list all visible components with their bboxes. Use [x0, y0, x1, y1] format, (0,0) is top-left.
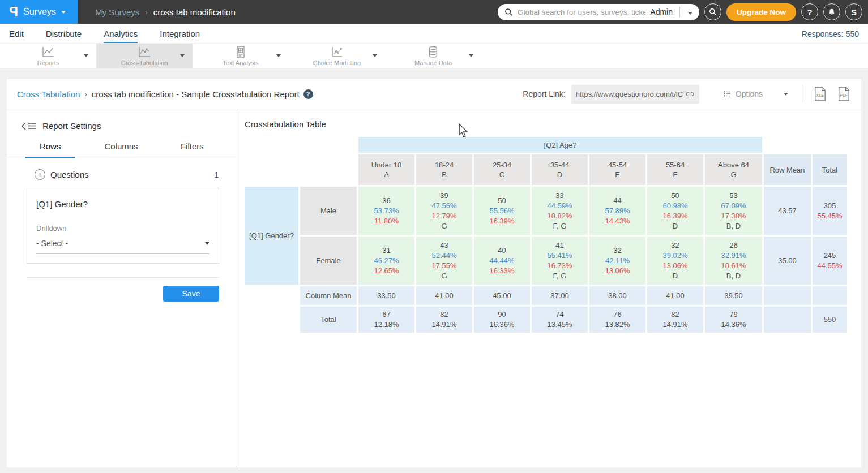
- crosstab-cell: 3242.11%13.06%: [589, 236, 645, 285]
- row-question-label: [Q1] Gender?: [245, 187, 298, 285]
- crosstab-cell: 3344.59%10.82%F, G: [532, 187, 588, 235]
- export-pdf-button[interactable]: PDF: [837, 87, 850, 101]
- top-bar: P Surveys My Surveys › cross tab modific…: [0, 0, 868, 24]
- question-title: [Q1] Gender?: [36, 199, 209, 209]
- search-button[interactable]: [704, 3, 721, 20]
- divider: [802, 85, 802, 102]
- column-mean-empty: [813, 286, 847, 305]
- svg-text:PDF: PDF: [840, 94, 848, 98]
- search-icon: [504, 8, 513, 16]
- tab-text-analysis[interactable]: Text Analysis: [193, 44, 289, 68]
- chevron-down-icon: [784, 93, 788, 96]
- link-icon[interactable]: [685, 89, 695, 99]
- search-icon: [709, 8, 717, 16]
- export-xls-button[interactable]: XLS: [814, 87, 826, 101]
- column-mean-cell: 41.00: [416, 286, 472, 305]
- questions-count: 1: [214, 170, 219, 179]
- divider: [679, 7, 680, 18]
- column-mean-cell: 37.00: [532, 286, 588, 305]
- report-link-field[interactable]: [571, 85, 699, 104]
- product-switcher[interactable]: P Surveys: [0, 0, 78, 24]
- analytics-toolbar: Reports Cross-Tabulation Text Analysis C…: [0, 44, 868, 68]
- search-scope-label: Admin: [650, 7, 673, 16]
- drilldown-select[interactable]: - Select -: [36, 239, 209, 254]
- report-header: Cross Tabulation › cross tab modificatio…: [7, 79, 861, 109]
- crosstab-cell: 3239.02%13.06%D: [647, 236, 703, 285]
- crosstab-cell: 5060.98%16.39%D: [647, 187, 703, 235]
- tab-columns[interactable]: Columns: [85, 141, 156, 158]
- help-icon[interactable]: ?: [303, 89, 313, 99]
- row-label-male: Male: [300, 187, 357, 235]
- row-total-cell: 24544.55%: [813, 236, 847, 285]
- tab-reports[interactable]: Reports: [0, 44, 96, 68]
- chevron-down-icon[interactable]: [373, 54, 377, 57]
- notifications-button[interactable]: [823, 3, 840, 20]
- chevron-down-icon[interactable]: [180, 54, 185, 57]
- crosstab-cell: 2632.91%10.61%B, D: [705, 236, 762, 285]
- crosstab-cell: 4457.89%14.43%: [589, 187, 645, 235]
- column-mean-cell: 39.50: [705, 286, 762, 305]
- total-cell: 7413.45%: [532, 307, 588, 333]
- crosstab-cell: 3653.73%11.80%: [358, 187, 414, 235]
- crosstab-cell: 3947.56%12.79%G: [416, 187, 472, 235]
- chevron-left-icon: [22, 122, 26, 130]
- total-empty: [764, 307, 811, 333]
- tab-rows[interactable]: Rows: [15, 141, 85, 158]
- nav-integration[interactable]: Integration: [160, 29, 200, 43]
- database-icon: [427, 46, 439, 58]
- chevron-down-icon[interactable]: [276, 54, 281, 57]
- breadcrumb-cross-tabulation-link[interactable]: Cross Tabulation: [17, 89, 80, 99]
- question-card: [Q1] Gender? Drilldown - Select -: [27, 188, 219, 264]
- breadcrumb-my-surveys[interactable]: My Surveys: [95, 7, 139, 17]
- upgrade-now-button[interactable]: Upgrade Now: [726, 3, 796, 21]
- collapse-panel-button[interactable]: [22, 122, 37, 130]
- chevron-down-icon[interactable]: [469, 54, 473, 57]
- global-search-input[interactable]: [518, 8, 645, 16]
- list-icon: [723, 90, 732, 98]
- col-header: 25-34C: [474, 154, 530, 185]
- options-dropdown[interactable]: Options: [723, 89, 788, 98]
- responses-count: Responses: 550: [802, 29, 859, 43]
- account-avatar[interactable]: S: [845, 3, 862, 20]
- total-cell: 8214.91%: [416, 307, 472, 333]
- crosstab-cell: 4044.44%16.33%: [474, 236, 530, 285]
- chevron-down-icon[interactable]: [84, 54, 88, 57]
- report-link-input[interactable]: [576, 90, 683, 98]
- crosstab-cell: 4155.41%16.73%F, G: [532, 236, 588, 285]
- pdf-file-icon: PDF: [837, 87, 850, 101]
- top-breadcrumb: My Surveys › cross tab modification: [95, 7, 236, 17]
- questions-label: Questions: [50, 170, 89, 179]
- report-title: cross tab modification - Sample Crosstab…: [92, 89, 300, 99]
- crosstab-cell: 3146.27%12.65%: [358, 236, 414, 285]
- divider: [27, 277, 219, 278]
- breadcrumb-separator: ›: [84, 90, 87, 98]
- report-settings-panel: Report Settings Rows Columns Filters + Q…: [7, 109, 236, 467]
- chevron-down-icon: [205, 242, 209, 245]
- help-button[interactable]: ?: [801, 3, 818, 20]
- grand-total-cell: 550: [813, 307, 847, 333]
- nav-distribute[interactable]: Distribute: [46, 29, 82, 43]
- tab-filters[interactable]: Filters: [157, 141, 228, 158]
- row-mean-cell: 35.00: [764, 236, 811, 285]
- nav-analytics[interactable]: Analytics: [104, 29, 138, 43]
- tab-manage-data[interactable]: Manage Data: [385, 44, 481, 68]
- report-card: Cross Tabulation › cross tab modificatio…: [7, 79, 861, 467]
- add-question-button[interactable]: +: [35, 169, 45, 180]
- crosstab-cell: 4352.44%17.55%G: [416, 236, 472, 285]
- xls-file-icon: XLS: [814, 87, 826, 101]
- line-chart-icon: [41, 46, 55, 58]
- report-link-label: Report Link:: [523, 89, 565, 98]
- crosstab-cell: 5055.56%16.39%: [474, 187, 530, 235]
- row-label-female: Female: [300, 236, 357, 285]
- nav-edit[interactable]: Edit: [9, 29, 24, 43]
- tab-cross-tabulation[interactable]: Cross-Tabulation: [96, 44, 193, 68]
- col-header: 55-64F: [647, 154, 703, 185]
- tab-choice-modelling[interactable]: Choice Modelling: [289, 44, 385, 68]
- questionpro-logo-icon: P: [9, 4, 18, 20]
- column-mean-cell: 41.00: [647, 286, 703, 305]
- total-cell: 8214.91%: [647, 307, 703, 333]
- column-mean-cell: 45.00: [474, 286, 530, 305]
- global-search[interactable]: Admin: [498, 4, 699, 20]
- search-scope-dropdown[interactable]: [687, 7, 696, 17]
- save-button[interactable]: Save: [163, 286, 219, 302]
